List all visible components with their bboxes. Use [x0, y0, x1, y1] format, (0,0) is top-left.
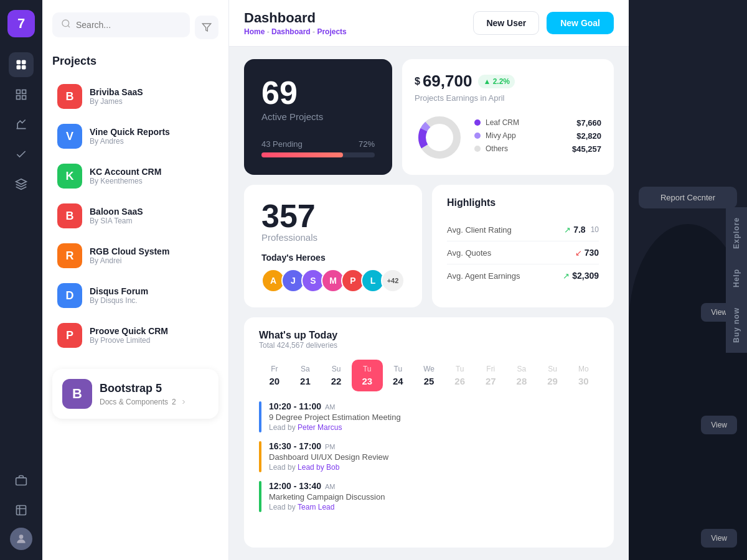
- calendar-day[interactable]: Su22: [321, 360, 352, 391]
- legend-others: Others $45,257: [474, 144, 601, 154]
- project-logo: P: [57, 323, 82, 348]
- sidebar-item-chart[interactable]: [9, 112, 34, 137]
- report-center-button[interactable]: Report Cecnter: [639, 187, 737, 208]
- sidebar-item-tasks[interactable]: [9, 142, 34, 167]
- highlight-row: Avg. Quotes ↙ 730: [447, 241, 599, 264]
- new-user-button[interactable]: New User: [473, 11, 539, 35]
- sidebar-item-settings[interactable]: [9, 468, 34, 493]
- project-info: Disqus Forum By Disqus Inc.: [90, 286, 214, 305]
- project-name: Disqus Forum: [90, 286, 214, 296]
- project-item[interactable]: V Vine Quick Reports By Andres: [52, 118, 218, 155]
- tab-buy-now[interactable]: Buy now: [726, 297, 747, 353]
- event-content: 16:30 - 17:00 PM Dashboard UI/UX Design …: [269, 441, 388, 472]
- earnings-card: $ 69,700 ▲ 2.2% Projects Earnings in Apr…: [402, 59, 614, 175]
- active-projects-label: Active Projects: [261, 111, 375, 122]
- calendar-day[interactable]: Sa28: [506, 360, 537, 391]
- search-input[interactable]: [76, 20, 181, 30]
- event-lead-link[interactable]: Lead by Bob: [298, 463, 339, 472]
- calendar-row: Fr20Sa21Su22Tu23Tu24We25Tu26Fri27Sa28Su2…: [259, 360, 599, 391]
- highlights-list: Avg. Client Rating ↗ 7.8 10 Avg. Quotes …: [447, 218, 599, 287]
- project-item[interactable]: K KC Account CRM By Keenthemes: [52, 157, 218, 195]
- user-avatar[interactable]: [10, 528, 32, 550]
- event-lead: Lead by Peter Marcus: [269, 423, 401, 432]
- project-logo: B: [57, 203, 82, 228]
- event-title: Dashboard UI/UX Design Review: [269, 452, 388, 462]
- legend-amount-others: $45,257: [572, 144, 601, 154]
- pending-count: 43 Pending: [261, 139, 303, 149]
- day-name: Fri: [477, 365, 504, 373]
- search-row: [52, 12, 218, 42]
- project-author: By Proove Limited: [90, 336, 214, 345]
- project-logo: K: [57, 164, 82, 189]
- event-lead-link[interactable]: Team Lead: [298, 503, 334, 511]
- calendar-day[interactable]: Su29: [537, 360, 568, 391]
- filter-button[interactable]: [195, 16, 218, 39]
- calendar-day[interactable]: Sa21: [290, 360, 321, 391]
- project-author: By Andrei: [90, 256, 214, 265]
- calendar-day[interactable]: Tu23: [352, 360, 383, 391]
- search-icon: [61, 19, 71, 31]
- view-button-2[interactable]: View: [701, 416, 737, 434]
- project-item[interactable]: B Baloon SaaS By SIA Team: [52, 197, 218, 235]
- highlight-value: 730: [585, 248, 599, 258]
- event-item: 16:30 - 17:00 PM Dashboard UI/UX Design …: [259, 441, 599, 472]
- view-button-3[interactable]: View: [701, 529, 737, 548]
- project-item[interactable]: P Proove Quick CRM By Proove Limited: [52, 317, 218, 354]
- project-name: Baloon SaaS: [90, 207, 214, 217]
- day-name: Mo: [570, 365, 596, 373]
- earnings-dollar: $: [415, 76, 420, 87]
- page-title: Dashboard: [244, 10, 347, 26]
- project-item[interactable]: D Disqus Forum By Disqus Inc.: [52, 277, 218, 314]
- project-logo: R: [57, 243, 82, 268]
- new-goal-button[interactable]: New Goal: [547, 12, 614, 34]
- svg-rect-0: [17, 60, 21, 65]
- svg-point-11: [19, 534, 24, 539]
- day-num: 30: [570, 376, 596, 386]
- legend-mivy-app: Mivy App $2,820: [474, 131, 601, 141]
- progress-bar-fill: [261, 152, 343, 157]
- sidebar-badge: 7: [7, 10, 35, 37]
- event-content: 12:00 - 13:40 AM Marketing Campaign Disc…: [269, 481, 385, 511]
- sidebar: 7: [0, 0, 42, 560]
- day-name: Tu: [354, 365, 380, 373]
- sidebar-item-dashboard[interactable]: [9, 52, 34, 77]
- calendar-day[interactable]: We25: [413, 360, 444, 391]
- sidebar-item-grid[interactable]: [9, 82, 34, 107]
- projects-panel: Projects B Briviba SaaS By James V Vine …: [42, 0, 229, 560]
- calendar-day[interactable]: Fr20: [259, 360, 290, 391]
- docs-count: 2: [172, 398, 176, 406]
- whatsup-title: What's up Today: [259, 330, 599, 341]
- svg-rect-9: [16, 478, 27, 485]
- highlight-label: Avg. Quotes: [447, 248, 491, 258]
- project-author: By James: [90, 97, 214, 106]
- calendar-day[interactable]: Fri27: [475, 360, 506, 391]
- breadcrumb-dash: Dashboard: [271, 27, 311, 36]
- earnings-badge: ▲ 2.2%: [478, 75, 515, 88]
- project-item[interactable]: R RGB Cloud System By Andrei: [52, 237, 218, 274]
- progress-section: 43 Pending 72%: [261, 139, 375, 157]
- day-num: 28: [509, 376, 535, 386]
- calendar-day[interactable]: Tu24: [383, 360, 414, 391]
- project-name: RGB Cloud System: [90, 246, 214, 256]
- project-item[interactable]: B Briviba SaaS By James: [52, 78, 218, 115]
- day-num: 26: [447, 376, 473, 386]
- event-lead-link[interactable]: Peter Marcus: [298, 423, 342, 432]
- sidebar-item-layers[interactable]: [9, 172, 34, 197]
- project-author: By Disqus Inc.: [90, 296, 214, 305]
- highlight-row: Avg. Client Rating ↗ 7.8 10: [447, 218, 599, 241]
- bootstrap-card: B Bootstrap 5 Docs & Components 2: [52, 369, 218, 419]
- docs-link[interactable]: Docs & Components 2: [100, 398, 187, 406]
- calendar-day[interactable]: Tu26: [444, 360, 476, 391]
- main-content: Dashboard Home - Dashboard - Projects Ne…: [229, 0, 629, 560]
- project-logo: B: [57, 84, 82, 109]
- svg-rect-10: [17, 506, 26, 515]
- breadcrumb: Home - Dashboard - Projects: [244, 27, 347, 36]
- tab-help[interactable]: Help: [726, 259, 747, 297]
- calendar-day[interactable]: Mo30: [568, 360, 599, 391]
- sidebar-item-widgets[interactable]: [9, 498, 34, 523]
- active-projects-count: 69: [261, 77, 375, 109]
- svg-rect-1: [22, 60, 26, 65]
- event-time: 16:30 - 17:00 PM: [269, 441, 388, 451]
- tab-explore[interactable]: Explore: [726, 207, 747, 259]
- project-author: By SIA Team: [90, 217, 214, 225]
